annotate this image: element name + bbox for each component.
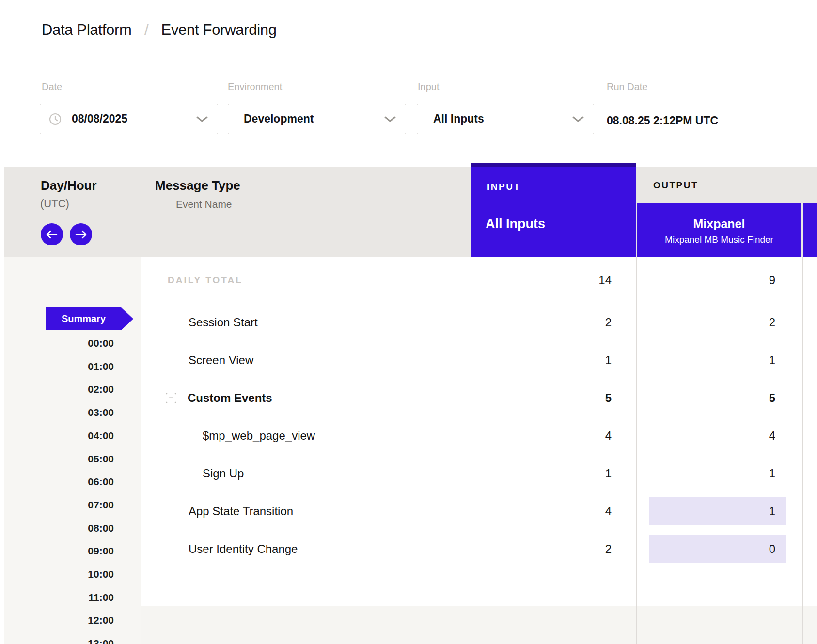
input-count-cell: 2 (605, 304, 612, 341)
daily-total-row: DAILY TOTAL 14 9 (0, 257, 817, 304)
page: Data Platform / Event Forwarding Date En… (0, 0, 817, 644)
hour-row-label[interactable]: 00:00 (88, 337, 114, 350)
hour-row-label[interactable]: 02:00 (88, 383, 114, 396)
output-count-cell: 5 (769, 379, 775, 417)
input-count-cell: 4 (605, 492, 612, 530)
summary-row-badge[interactable]: Summary (46, 307, 133, 330)
collapse-toggle-minus-icon[interactable]: − (166, 393, 176, 403)
chevron-down-icon (384, 116, 396, 122)
input-header-value: All Inputs (486, 216, 545, 231)
output-subtitle: Mixpanel MB Music Finder (637, 234, 801, 245)
output-count-cell: 1 (769, 341, 775, 379)
daily-total-label: DAILY TOTAL (168, 257, 243, 304)
clock-icon (49, 113, 62, 125)
input-count-cell: 5 (605, 379, 612, 417)
input-header-tag: INPUT (487, 182, 521, 192)
page-title: Event Forwarding (161, 21, 277, 39)
table-row: Sign Up11 (0, 455, 817, 492)
hour-row-label[interactable]: 01:00 (88, 360, 114, 373)
run-date-label: Run Date (607, 81, 648, 92)
date-dropdown-value: 08/08/2025 (72, 112, 127, 125)
hour-row-label[interactable]: 07:00 (88, 498, 114, 511)
table-row: User Identity Change20 (0, 530, 817, 568)
event-rows: Session Start22Screen View11−Custom Even… (0, 304, 817, 568)
chevron-down-icon (196, 116, 208, 122)
daily-total-output-count: 9 (769, 257, 775, 304)
date-dropdown[interactable]: 08/08/2025 (40, 104, 218, 134)
run-date-value: 08.08.25 2:12PM UTC (607, 114, 718, 127)
event-name-label: User Identity Change (189, 530, 298, 568)
output-header-tag: OUTPUT (653, 180, 698, 191)
summary-badge-label: Summary (46, 307, 121, 330)
day-hour-timezone: (UTC) (40, 198, 69, 210)
output-column-header-mixpanel[interactable]: Mixpanel Mixpanel MB Music Finder (637, 203, 801, 257)
environment-filter-label: Environment (228, 81, 282, 92)
event-name-column-subtitle: Event Name (176, 199, 232, 210)
output-count-cell: 2 (769, 304, 775, 341)
input-count-cell: 1 (605, 341, 612, 379)
event-name-label: App State Transition (189, 492, 293, 530)
output-count-cell: 4 (769, 417, 775, 455)
event-name-label: Session Start (189, 304, 258, 341)
breadcrumb-section[interactable]: Data Platform (42, 21, 132, 39)
hour-row-label[interactable]: 08:00 (88, 521, 114, 535)
input-count-cell: 2 (605, 530, 612, 568)
date-filter-label: Date (42, 81, 62, 92)
next-output-column-header-partial[interactable] (803, 203, 817, 257)
hour-row-label[interactable]: 13:00 (88, 637, 114, 644)
output-count-cell-highlighted: 0 (649, 535, 786, 563)
event-name-label: $mp_web_page_view (203, 417, 315, 455)
input-count-cell: 4 (605, 417, 612, 455)
hour-row-label[interactable]: 09:00 (88, 544, 114, 557)
table-row: App State Transition41 (0, 492, 817, 530)
daily-total-input-count: 14 (598, 257, 612, 304)
hour-row-label[interactable]: 05:00 (88, 452, 114, 465)
environment-dropdown[interactable]: Development (228, 104, 406, 134)
table-row: $mp_web_page_view44 (0, 417, 817, 455)
table-footer-band (141, 606, 817, 644)
hour-row-label[interactable]: 10:00 (88, 567, 114, 581)
hour-row-label[interactable]: 12:00 (88, 613, 114, 627)
previous-day-button[interactable] (41, 223, 63, 245)
hour-row-label[interactable]: 04:00 (88, 429, 114, 442)
next-day-button[interactable] (70, 223, 92, 245)
header-divider (4, 62, 817, 62)
hour-row-label[interactable]: 11:00 (88, 591, 114, 604)
table-row: −Custom Events55 (0, 379, 817, 417)
breadcrumb: Data Platform / Event Forwarding (42, 21, 277, 39)
event-name-label: Sign Up (203, 455, 244, 492)
event-name-label: Custom Events (188, 379, 272, 417)
input-dropdown-value: All Inputs (433, 112, 484, 125)
output-count-cell-highlighted: 1 (649, 497, 786, 525)
message-type-column-title: Message Type (155, 178, 240, 193)
input-count-cell: 1 (605, 455, 612, 492)
output-name: Mixpanel (637, 216, 801, 231)
input-filter-label: Input (418, 81, 439, 92)
table-row: Screen View11 (0, 341, 817, 379)
hour-row-label[interactable]: 06:00 (88, 475, 114, 488)
arrow-left-icon (46, 230, 58, 239)
output-count-cell: 1 (769, 455, 775, 492)
breadcrumb-separator: / (144, 21, 149, 39)
environment-dropdown-value: Development (244, 112, 314, 125)
arrow-right-icon (75, 230, 87, 239)
input-column-header[interactable]: INPUT All Inputs (471, 163, 636, 257)
day-hour-column-title: Day/Hour (41, 178, 97, 193)
event-name-label: Screen View (189, 341, 253, 379)
input-dropdown[interactable]: All Inputs (417, 104, 594, 134)
chevron-down-icon (572, 116, 584, 122)
hour-row-label[interactable]: 03:00 (88, 406, 114, 419)
